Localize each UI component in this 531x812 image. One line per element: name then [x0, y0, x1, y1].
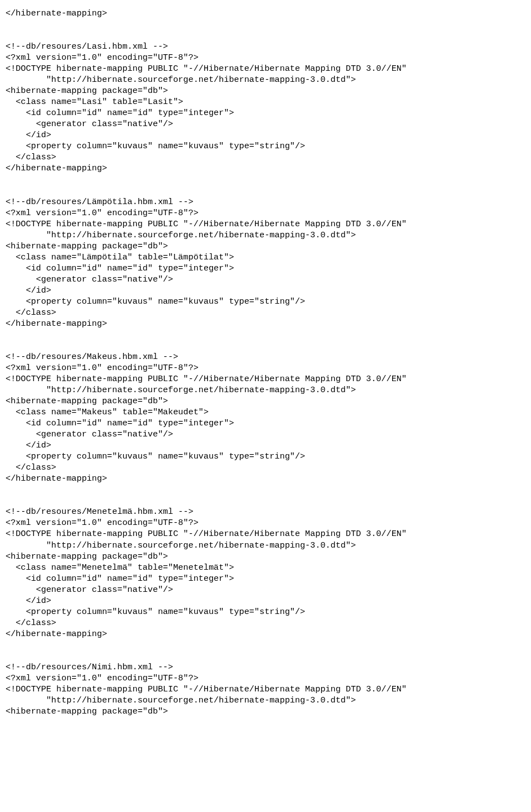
code-block: </hibernate-mapping> <!--db/resoures/Las…	[6, 8, 525, 717]
